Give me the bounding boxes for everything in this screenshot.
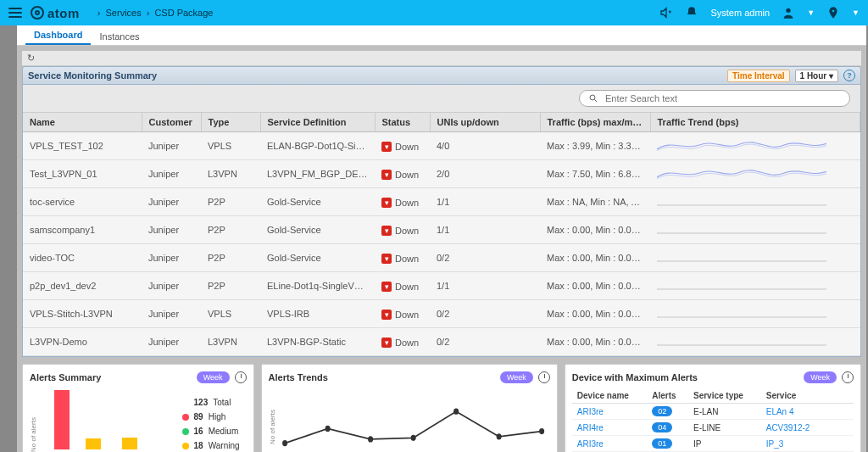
chevron-right-icon: ›	[97, 8, 101, 18]
breadcrumb-services[interactable]: Services	[106, 8, 142, 18]
brand-text: atom	[47, 6, 80, 20]
menu-icon[interactable]	[8, 8, 22, 18]
chevron-down-icon[interactable]: ▼	[852, 8, 860, 17]
bell-icon[interactable]	[685, 6, 698, 20]
chevron-right-icon: ›	[147, 8, 150, 18]
brand-logo[interactable]: atom	[31, 6, 80, 20]
logo-icon	[31, 6, 44, 20]
svg-point-0	[786, 8, 790, 13]
top-bar: atom › Services › CSD Package System adm…	[0, 0, 868, 25]
chevron-down-icon[interactable]: ▼	[807, 8, 815, 17]
breadcrumb-csd-package[interactable]: CSD Package	[154, 8, 213, 18]
user-name: System admin	[710, 8, 770, 18]
location-icon[interactable]	[826, 6, 840, 20]
mute-icon[interactable]	[659, 6, 673, 20]
svg-point-1	[832, 10, 835, 13]
breadcrumb: › Services › CSD Package	[92, 8, 214, 18]
user-icon[interactable]	[782, 6, 795, 20]
